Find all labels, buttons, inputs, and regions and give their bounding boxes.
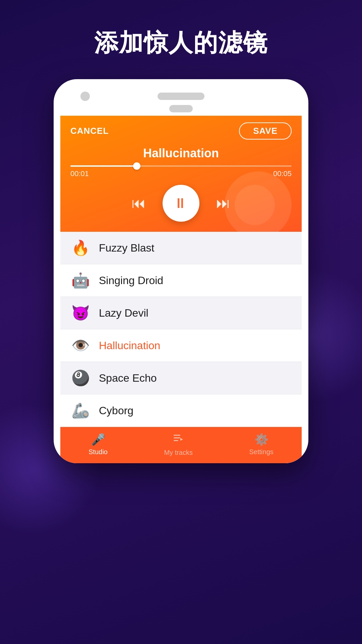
- phone-mockup: CANCEL SAVE Hallucination 00:01 00:05: [54, 79, 308, 463]
- effect-emoji-singing-droid: 🤖: [70, 272, 90, 289]
- progress-thumb: [133, 162, 140, 170]
- tab-my-tracks[interactable]: My tracks: [164, 432, 193, 457]
- track-name: Hallucination: [70, 146, 292, 160]
- effect-name-singing-droid: Singing Droid: [99, 274, 163, 287]
- phone-speaker: [158, 93, 204, 100]
- tab-settings[interactable]: ⚙️ Settings: [249, 433, 273, 456]
- effects-list: 🔥 Fuzzy Blast 🤖 Singing Droid 😈 Lazy Dev…: [60, 232, 302, 427]
- effect-item-space-echo[interactable]: 🎱 Space Echo: [60, 362, 302, 394]
- effect-name-hallucination: Hallucination: [99, 339, 160, 352]
- effect-emoji-hallucination: 👁️: [70, 337, 90, 354]
- save-button[interactable]: SAVE: [239, 122, 292, 140]
- progress-fill: [70, 165, 137, 167]
- effect-item-lazy-devil[interactable]: 😈 Lazy Devil: [60, 297, 302, 329]
- effect-item-cyborg[interactable]: 🦾 Cyborg: [60, 394, 302, 427]
- effect-name-cyborg: Cyborg: [99, 405, 133, 417]
- phone-camera: [80, 92, 90, 101]
- progress-container: [70, 165, 292, 167]
- svg-marker-3: [180, 438, 183, 441]
- tab-settings-label: Settings: [249, 448, 273, 456]
- settings-icon: ⚙️: [254, 433, 268, 446]
- playback-controls: ⏮ ⏸ ⏭: [70, 185, 292, 222]
- effect-emoji-cyborg: 🦾: [70, 402, 90, 419]
- effect-item-fuzzy-blast[interactable]: 🔥 Fuzzy Blast: [60, 232, 302, 264]
- my-tracks-icon: [172, 432, 184, 447]
- pause-icon: ⏸: [173, 195, 189, 211]
- svg-rect-2: [174, 440, 178, 441]
- svg-rect-0: [174, 435, 180, 436]
- effect-item-singing-droid[interactable]: 🤖 Singing Droid: [60, 264, 302, 297]
- app-content: CANCEL SAVE Hallucination 00:01 00:05: [60, 116, 302, 463]
- effect-item-hallucination[interactable]: 👁️ Hallucination: [60, 329, 302, 362]
- phone-container: CANCEL SAVE Hallucination 00:01 00:05: [0, 79, 362, 463]
- studio-icon: 🎤: [91, 433, 105, 446]
- effect-name-space-echo: Space Echo: [99, 372, 157, 384]
- effect-emoji-lazy-devil: 😈: [70, 304, 90, 322]
- tab-bar: 🎤 Studio My tracks ⚙️: [60, 427, 302, 463]
- tab-studio-label: Studio: [88, 448, 108, 456]
- effect-name-fuzzy-blast: Fuzzy Blast: [99, 242, 154, 254]
- effect-emoji-fuzzy-blast: 🔥: [70, 239, 90, 257]
- svg-rect-1: [174, 437, 180, 438]
- rewind-button[interactable]: ⏮: [132, 195, 146, 211]
- forward-button[interactable]: ⏭: [216, 195, 230, 211]
- phone-top: [60, 89, 302, 105]
- cancel-button[interactable]: CANCEL: [70, 126, 109, 136]
- player-section: CANCEL SAVE Hallucination 00:01 00:05: [60, 116, 302, 232]
- effect-emoji-space-echo: 🎱: [70, 369, 90, 387]
- effect-name-lazy-devil: Lazy Devil: [99, 307, 148, 319]
- rewind-icon: ⏮: [132, 195, 146, 211]
- pause-button[interactable]: ⏸: [163, 185, 199, 222]
- current-time: 00:01: [70, 169, 89, 178]
- tab-my-tracks-label: My tracks: [164, 449, 193, 457]
- progress-track[interactable]: [70, 165, 292, 167]
- top-bar: CANCEL SAVE: [70, 116, 292, 145]
- forward-icon: ⏭: [216, 195, 230, 211]
- page-title: 添加惊人的滤镜: [0, 0, 362, 79]
- total-time: 00:05: [273, 169, 292, 178]
- time-labels: 00:01 00:05: [70, 169, 292, 178]
- phone-home-button: [169, 105, 193, 112]
- tab-studio[interactable]: 🎤 Studio: [88, 433, 108, 456]
